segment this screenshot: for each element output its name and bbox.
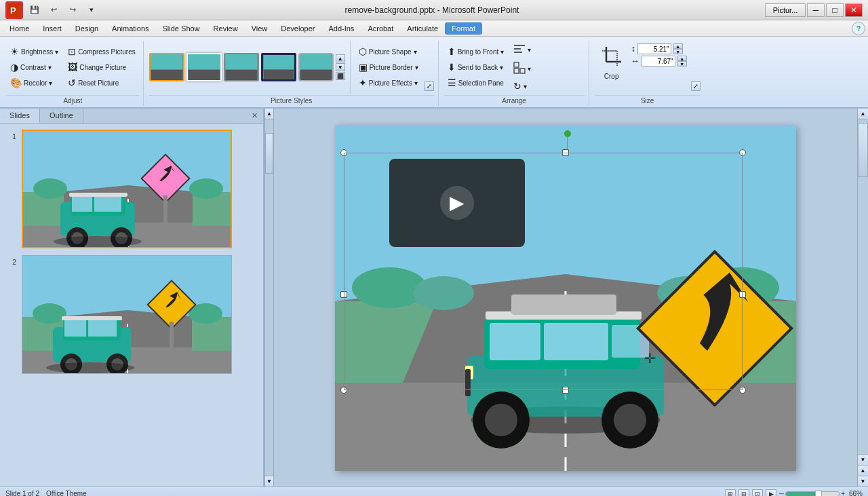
- gallery-down-arrow[interactable]: ▼: [336, 63, 345, 71]
- size-expand[interactable]: ⤢: [691, 81, 701, 91]
- svg-rect-33: [94, 197, 121, 212]
- style-thumb-5[interactable]: [298, 53, 334, 81]
- brightness-btn[interactable]: ☀ Brightness ▾: [7, 44, 62, 59]
- slide-thumb-2[interactable]: 2: [5, 255, 258, 374]
- svg-rect-16: [520, 69, 525, 73]
- bottom-left-handle[interactable]: [340, 387, 347, 394]
- contrast-btn[interactable]: ◑ Contrast ▾: [7, 60, 62, 75]
- slide-thumb-1[interactable]: 1: [5, 130, 258, 248]
- width-down-btn[interactable]: ▼: [677, 61, 687, 66]
- top-center-handle[interactable]: [562, 149, 569, 156]
- height-input[interactable]: 5.21": [637, 43, 671, 54]
- slide-num-2: 2: [5, 255, 16, 266]
- qat-dropdown[interactable]: ▾: [84, 3, 99, 18]
- menu-home[interactable]: Home: [3, 22, 36, 35]
- bottom-center-handle[interactable]: [562, 387, 569, 394]
- crop-btn[interactable]: Crop: [595, 43, 629, 82]
- pictur-context[interactable]: Pictur...: [765, 3, 806, 17]
- slide-preview-1[interactable]: [22, 130, 232, 248]
- svg-text:P: P: [10, 5, 16, 16]
- zoom-plus[interactable]: +: [841, 490, 845, 496]
- menu-design[interactable]: Design: [68, 22, 105, 35]
- right-scroll-thumb[interactable]: [858, 123, 868, 177]
- send-to-back-btn[interactable]: ⬇ Send to Back ▾: [444, 60, 508, 75]
- style-thumb-2[interactable]: [186, 53, 222, 81]
- zoom-slider[interactable]: [785, 491, 840, 497]
- width-up-btn[interactable]: ▲: [677, 56, 687, 61]
- zoom-up-btn[interactable]: ▲: [858, 465, 868, 476]
- menu-view[interactable]: View: [245, 22, 275, 35]
- picture-effects-btn[interactable]: ✦ Picture Effects ▾: [355, 75, 422, 90]
- group-btn[interactable]: ▾: [510, 60, 534, 78]
- slide-panel-close[interactable]: ✕: [246, 109, 263, 123]
- view-presentation-btn[interactable]: ▶: [766, 489, 776, 497]
- picture-shape-btn[interactable]: ⬡ Picture Shape ▾: [355, 44, 422, 59]
- slide-list: 1: [0, 124, 263, 487]
- recolor-btn[interactable]: 🎨 Recolor ▾: [7, 75, 62, 90]
- gallery-more[interactable]: ⬛: [336, 72, 345, 80]
- help-btn[interactable]: ?: [852, 22, 865, 35]
- right-scroll-up[interactable]: ▲: [858, 109, 868, 119]
- slide-scroll-thumb[interactable]: [265, 133, 273, 174]
- svg-point-70: [413, 276, 474, 310]
- undo-qat[interactable]: ↩: [46, 3, 61, 18]
- play-button[interactable]: ▶: [440, 186, 474, 220]
- compress-pictures-btn[interactable]: ⊡ Compress Pictures: [64, 44, 138, 59]
- width-input[interactable]: 7.67": [642, 56, 675, 66]
- selection-pane-btn[interactable]: ☰ Selection Pane: [444, 75, 508, 90]
- tab-outline[interactable]: Outline: [40, 109, 83, 123]
- view-normal-btn[interactable]: ⊞: [725, 489, 736, 497]
- gallery-up-arrow[interactable]: ▲: [336, 54, 345, 62]
- picture-styles-expand[interactable]: ⤢: [425, 81, 434, 91]
- view-slide-sorter-btn[interactable]: ⊟: [738, 489, 749, 497]
- top-left-handle[interactable]: [340, 149, 347, 156]
- menu-animations[interactable]: Animations: [105, 22, 155, 35]
- menu-insert[interactable]: Insert: [36, 22, 68, 35]
- style-thumb-3[interactable]: [224, 53, 259, 81]
- slide-preview-2[interactable]: [22, 255, 232, 374]
- change-picture-btn[interactable]: 🖼 Change Picture: [64, 60, 138, 75]
- zoom-thumb[interactable]: [815, 490, 822, 497]
- slide-scroll-down[interactable]: ▼: [265, 476, 273, 487]
- style-thumb-4[interactable]: [261, 53, 296, 81]
- menu-review[interactable]: Review: [207, 22, 245, 35]
- left-middle-handle[interactable]: [340, 291, 347, 298]
- menu-format[interactable]: Format: [445, 22, 482, 35]
- bring-to-front-btn[interactable]: ⬆ Bring to Front ▾: [444, 44, 508, 59]
- reset-picture-btn[interactable]: ↺ Reset Picture: [64, 75, 138, 90]
- save-qat[interactable]: 💾: [27, 3, 42, 18]
- picture-border-btn[interactable]: ▣ Picture Border ▾: [355, 60, 422, 75]
- zoom-down-btn[interactable]: ▼: [858, 476, 868, 487]
- ribbon-group-picture-styles: ▲ ▼ ⬛ ⬡ Picture Shape ▾ ▣ Picture Border: [145, 41, 439, 106]
- menu-articulate[interactable]: Articulate: [400, 22, 445, 35]
- statusbar: Slide 1 of 2 Office Theme ⊞ ⊟ ⊡ ▶ ─ + 66…: [0, 487, 868, 496]
- svg-rect-12: [514, 45, 525, 46]
- minimize-btn[interactable]: ─: [807, 3, 825, 17]
- align-btn[interactable]: ▾: [510, 41, 534, 59]
- top-right-handle[interactable]: [739, 149, 746, 156]
- menu-acrobat[interactable]: Acrobat: [361, 22, 400, 35]
- video-overlay[interactable]: ▶: [389, 159, 525, 247]
- rotation-handle[interactable]: [564, 130, 571, 137]
- menu-slideshow[interactable]: Slide Show: [156, 22, 207, 35]
- ribbon-group-arrange: ⬆ Bring to Front ▾ ⬇ Send to Back ▾ ☰ Se…: [440, 41, 589, 106]
- svg-rect-17: [514, 69, 519, 73]
- rotate-icon: ↻: [513, 81, 521, 92]
- titlebar-left: P 💾 ↩ ↪ ▾: [5, 1, 99, 19]
- redo-qat[interactable]: ↪: [65, 3, 80, 18]
- close-btn[interactable]: ✕: [845, 3, 863, 17]
- bottom-right-handle[interactable]: [739, 387, 746, 394]
- height-up-btn[interactable]: ▲: [673, 43, 683, 49]
- menu-addins[interactable]: Add-Ins: [321, 22, 361, 35]
- view-reading-btn[interactable]: ⊡: [752, 489, 763, 497]
- menu-developer[interactable]: Developer: [274, 22, 321, 35]
- maximize-btn[interactable]: □: [826, 3, 844, 17]
- zoom-minus[interactable]: ─: [779, 490, 784, 496]
- rotate-btn[interactable]: ↻ ▾: [510, 79, 534, 94]
- slide-scroll-up[interactable]: ▲: [265, 109, 273, 119]
- right-scroll-down[interactable]: ▼: [858, 454, 868, 465]
- right-middle-handle[interactable]: [739, 291, 746, 298]
- style-thumb-1[interactable]: [149, 53, 184, 81]
- height-down-btn[interactable]: ▼: [673, 49, 683, 54]
- tab-slides[interactable]: Slides: [0, 109, 40, 123]
